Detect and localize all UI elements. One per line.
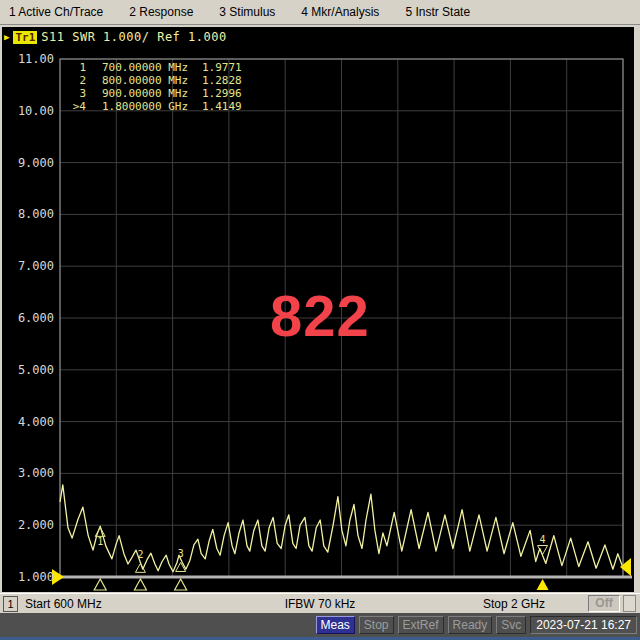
sweep-end-marker-icon — [620, 558, 631, 576]
trace1-measurement-title: S11 SWR 1.000/ Ref 1.000 — [41, 30, 226, 44]
marker2-value: 1.2828 — [202, 74, 242, 87]
extref-indicator: ExtRef — [398, 616, 444, 634]
menu-response[interactable]: 2 Response — [129, 5, 193, 19]
trace-header: ▶ Tr1 S11 SWR 1.000/ Ref 1.000 — [4, 30, 227, 44]
corner-box — [623, 595, 636, 612]
y-axis-label: 1.000 — [0, 570, 54, 584]
y-axis-label: 2.000 — [0, 518, 54, 532]
off-indicator: Off — [588, 595, 620, 612]
stimulus-status-bar: 1 Start 600 MHz IFBW 70 kHz Stop 2 GHz O… — [0, 593, 640, 614]
marker4-digit: 4 — [540, 534, 546, 545]
marker4-frequency: 1.8000000 GHz — [86, 100, 188, 113]
stop-frequency-label: Stop 2 GHz — [483, 597, 545, 611]
marker2-number: 2 — [66, 74, 86, 87]
meas-indicator: Meas — [316, 616, 355, 634]
y-axis-label: 5.000 — [0, 363, 54, 377]
menu-active-ch-trace[interactable]: 1 Active Ch/Trace — [9, 5, 103, 19]
menu-stimulus[interactable]: 3 Stimulus — [219, 5, 275, 19]
active-trace-arrow-icon: ▶ — [4, 31, 9, 43]
marker1-axis-icon — [94, 579, 106, 590]
trace1-badge[interactable]: Tr1 — [13, 31, 37, 44]
y-axis-label: 8.000 — [0, 207, 54, 221]
menu-mkr-analysis[interactable]: 4 Mkr/Analysis — [301, 5, 379, 19]
svc-indicator: Svc — [496, 616, 526, 634]
marker2-frequency: 800.00000 MHz — [86, 74, 188, 87]
marker4-axis-icon — [537, 579, 549, 590]
marker3-digit: 3 — [178, 548, 184, 559]
y-axis-label: 3.000 — [0, 466, 54, 480]
vna-screen-root: { "menu": { "items": ["1 Active Ch/Trace… — [0, 0, 640, 640]
marker3-value: 1.2996 — [202, 87, 242, 100]
marker1-number: 1 — [66, 61, 86, 74]
marker-row-2: 2 800.00000 MHz 1.2828 — [66, 74, 242, 87]
stop-indicator: Stop — [359, 616, 394, 634]
y-axis-label: 7.000 — [0, 259, 54, 273]
marker3-number: 3 — [66, 87, 86, 100]
marker-row-4-active: >4 1.8000000 GHz 1.4149 — [66, 100, 242, 113]
marker3-frequency: 900.00000 MHz — [86, 87, 188, 100]
y-axis-label: 9.000 — [0, 156, 54, 170]
datetime-display: 2023-07-21 16:27 — [530, 616, 637, 634]
marker-row-1: 1 700.00000 MHz 1.9771 — [66, 61, 242, 74]
menu-bar: 1 Active Ch/Trace 2 Response 3 Stimulus … — [0, 0, 640, 25]
marker-readout-table: 1 700.00000 MHz 1.9771 2 800.00000 MHz 1… — [66, 61, 242, 113]
y-axis-label: 4.000 — [0, 415, 54, 429]
marker4-value: 1.4149 — [202, 100, 242, 113]
marker1-digit: 1 — [97, 536, 103, 547]
instrument-state-bar: Meas Stop ExtRef Ready Svc 2023-07-21 16… — [0, 613, 640, 640]
overlay-number-822: 822 — [0, 287, 640, 345]
marker2-digit: 2 — [137, 549, 143, 560]
marker3-axis-icon — [175, 579, 187, 590]
ready-indicator: Ready — [448, 616, 493, 634]
marker1-frequency: 700.00000 MHz — [86, 61, 188, 74]
marker1-value: 1.9771 — [202, 61, 242, 74]
y-axis-label: 10.00 — [0, 104, 54, 118]
marker2-axis-icon — [134, 579, 146, 590]
marker-row-3: 3 900.00000 MHz 1.2996 — [66, 87, 242, 100]
menu-instr-state[interactable]: 5 Instr State — [405, 5, 470, 19]
y-axis-label: 11.00 — [0, 52, 54, 66]
marker4-number: >4 — [66, 100, 86, 113]
